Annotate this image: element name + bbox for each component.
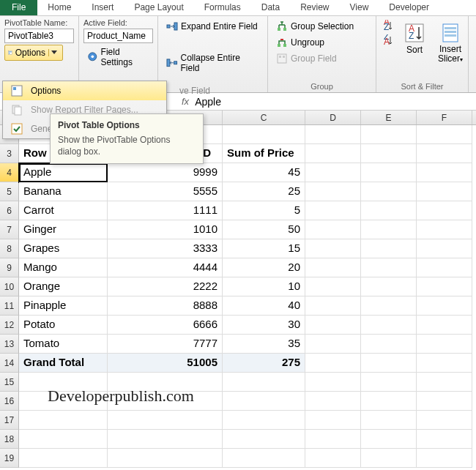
cell[interactable]	[417, 258, 472, 277]
pivot-row-price[interactable]: 20	[223, 258, 305, 277]
pivot-row-pid[interactable]: 7777	[108, 335, 223, 354]
row-header[interactable]: 14	[0, 354, 19, 373]
cell[interactable]	[305, 335, 361, 354]
row-header[interactable]: 19	[0, 449, 19, 468]
col-header-c[interactable]: C	[223, 111, 305, 124]
col-header-d[interactable]: D	[305, 111, 361, 124]
pivot-row-label[interactable]: Orange	[19, 277, 108, 296]
pivot-row-pid[interactable]: 9999	[108, 163, 223, 182]
cell[interactable]	[361, 354, 417, 373]
pivot-row-pid[interactable]: 5555	[108, 182, 223, 201]
row-header[interactable]: 12	[0, 316, 19, 335]
pivot-row-price[interactable]: 50	[223, 220, 305, 239]
group-field-button[interactable]: Group Field	[272, 51, 341, 67]
cell[interactable]	[305, 354, 361, 373]
cell[interactable]	[417, 373, 472, 392]
pivot-row-pid[interactable]: 3333	[108, 239, 223, 258]
tab-developer[interactable]: Developer	[379, 0, 439, 15]
pivot-row-label[interactable]: Tomato	[19, 335, 108, 354]
sort-asc-button[interactable]: AZ	[381, 18, 395, 33]
grand-total-pid[interactable]: 51005	[108, 354, 223, 373]
pivot-row-label[interactable]: Mango	[19, 258, 108, 277]
cell[interactable]	[417, 182, 472, 201]
pivot-row-label[interactable]: Apple	[19, 163, 108, 182]
pivot-row-pid[interactable]: 6666	[108, 316, 223, 335]
cell[interactable]	[361, 411, 417, 430]
cell[interactable]	[305, 449, 361, 468]
cell[interactable]	[417, 125, 472, 144]
cell[interactable]	[223, 373, 305, 392]
pivot-row-price[interactable]: 45	[223, 163, 305, 182]
cell[interactable]	[417, 392, 472, 411]
pivot-header-price[interactable]: Sum of Price	[223, 144, 305, 163]
cell[interactable]	[361, 277, 417, 296]
cell[interactable]	[361, 125, 417, 144]
row-header[interactable]: 13	[0, 335, 19, 354]
pivot-row-pid[interactable]: 2222	[108, 277, 223, 296]
cell[interactable]	[417, 335, 472, 354]
cell[interactable]	[223, 125, 305, 144]
pivot-row-pid[interactable]: 4444	[108, 258, 223, 277]
ungroup-button[interactable]: Ungroup	[272, 34, 328, 51]
cell[interactable]	[417, 220, 472, 239]
cell[interactable]	[305, 392, 361, 411]
cell[interactable]	[417, 144, 472, 163]
tab-file[interactable]: File	[0, 0, 37, 15]
cell[interactable]	[361, 182, 417, 201]
pivot-row-label[interactable]: Carrot	[19, 201, 108, 220]
cell[interactable]	[223, 392, 305, 411]
pivot-row-price[interactable]: 40	[223, 296, 305, 316]
tab-formulas[interactable]: Formulas	[194, 0, 251, 15]
row-header[interactable]: 10	[0, 277, 19, 296]
row-header[interactable]: 5	[0, 182, 19, 201]
formula-value[interactable]: Apple	[195, 96, 221, 108]
cell[interactable]	[305, 411, 361, 430]
cell[interactable]	[223, 411, 305, 430]
pivot-row-label[interactable]: Ginger	[19, 220, 108, 239]
col-header-e[interactable]: E	[361, 111, 417, 124]
row-header[interactable]: 18	[0, 430, 19, 449]
cell[interactable]	[361, 201, 417, 220]
field-settings-button[interactable]: Field Settings	[83, 45, 153, 70]
sort-desc-button[interactable]: ZA	[381, 33, 395, 48]
cell[interactable]	[305, 258, 361, 277]
cell[interactable]	[305, 239, 361, 258]
cell[interactable]	[361, 163, 417, 182]
pivot-row-pid[interactable]: 1111	[108, 201, 223, 220]
row-header[interactable]: 7	[0, 220, 19, 239]
cell[interactable]	[361, 220, 417, 239]
options-button[interactable]: Options	[4, 45, 63, 61]
cell[interactable]	[417, 296, 472, 316]
cell[interactable]	[417, 163, 472, 182]
cell[interactable]	[361, 449, 417, 468]
tab-data[interactable]: Data	[251, 0, 290, 15]
cell[interactable]	[361, 144, 417, 163]
cell[interactable]	[417, 411, 472, 430]
cell[interactable]	[361, 296, 417, 316]
cell[interactable]	[108, 411, 223, 430]
row-header[interactable]: 6	[0, 201, 19, 220]
cell[interactable]	[223, 430, 305, 449]
pivot-row-price[interactable]: 10	[223, 277, 305, 296]
cell[interactable]	[305, 430, 361, 449]
cell[interactable]	[305, 277, 361, 296]
cell[interactable]	[305, 144, 361, 163]
cell[interactable]	[417, 316, 472, 335]
cell[interactable]	[417, 239, 472, 258]
pivot-name-input[interactable]	[4, 29, 74, 43]
grand-total-label[interactable]: Grand Total	[19, 354, 108, 373]
cell[interactable]	[305, 125, 361, 144]
menu-item-options[interactable]: Options	[3, 81, 166, 100]
pivot-row-label[interactable]: Banana	[19, 182, 108, 201]
group-selection-button[interactable]: Group Selection	[272, 18, 357, 34]
pivot-row-price[interactable]: 5	[223, 201, 305, 220]
cell[interactable]	[361, 335, 417, 354]
cell[interactable]	[417, 277, 472, 296]
cell[interactable]	[305, 201, 361, 220]
cell[interactable]	[305, 296, 361, 316]
cell[interactable]	[361, 430, 417, 449]
tab-view[interactable]: View	[340, 0, 379, 15]
tab-home[interactable]: Home	[37, 0, 81, 15]
row-header[interactable]: 11	[0, 296, 19, 316]
row-header[interactable]: 15	[0, 373, 19, 392]
